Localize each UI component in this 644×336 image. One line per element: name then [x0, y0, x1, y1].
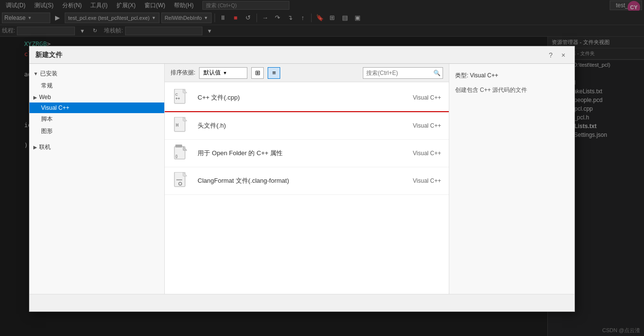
svg-text:{}: {}: [175, 154, 178, 158]
web-arrow: ▶: [33, 95, 37, 100]
view-grid-btn[interactable]: ⊞: [251, 67, 264, 79]
online-arrow: ▶: [33, 145, 37, 150]
dialog-main: 排序依据: 默认值 ▼ ⊞ ≡ 🔍: [165, 64, 449, 294]
prop-template-info: 用于 Open Folder 的 C++ 属性: [198, 149, 405, 158]
sort-arrow: ▼: [223, 71, 227, 75]
svg-text:C: C: [175, 93, 178, 96]
list-icon: ≡: [272, 69, 276, 76]
clang-template-name: ClangFormat 文件(.clang-format): [198, 176, 405, 185]
svg-text:++: ++: [175, 96, 180, 101]
cpp-template-name: C++ 文件(.cpp): [198, 93, 405, 102]
dialog-help-btn[interactable]: ?: [545, 50, 556, 60]
h-template-tag: Visual C++: [413, 122, 441, 129]
template-cpp[interactable]: ++ C C++ 文件(.cpp) Visual C++: [165, 84, 449, 112]
installed-label: 已安装: [40, 70, 57, 78]
grid-icon: ⊞: [255, 69, 260, 76]
dialog-toolbar: 排序依据: 默认值 ▼ ⊞ ≡ 🔍: [165, 64, 449, 82]
prop-template-tag: Visual C++: [413, 150, 441, 157]
sidebar-item-script[interactable]: 脚本: [29, 113, 164, 125]
cpp-template-tag: Visual C++: [413, 94, 441, 101]
info-spacer: [455, 82, 569, 86]
dialog-close-btn[interactable]: ×: [558, 50, 569, 60]
h-template-icon: H: [172, 117, 190, 134]
prop-template-name: 用于 Open Folder 的 C++ 属性: [198, 149, 405, 158]
template-list: ++ C C++ 文件(.cpp) Visual C++: [165, 82, 449, 294]
search-input[interactable]: [363, 70, 431, 76]
cpp-template-info: C++ 文件(.cpp): [198, 93, 405, 102]
dialog-body: ▼ 已安装 常规 ▶ Web Visual C++ 脚本 图形 ▶ 联机 排序依…: [29, 64, 574, 294]
dialog-sidebar: ▼ 已安装 常规 ▶ Web Visual C++ 脚本 图形 ▶ 联机: [29, 64, 165, 294]
info-desc: 创建包含 C++ 源代码的文件: [455, 86, 569, 94]
clang-template-info: ClangFormat 文件(.clang-format): [198, 176, 405, 185]
sidebar-online-section[interactable]: ▶ 联机: [29, 141, 164, 153]
svg-text:H: H: [176, 123, 178, 128]
sidebar-web-label: Web: [39, 94, 51, 101]
sidebar-item-graphic[interactable]: 图形: [29, 125, 164, 137]
svg-rect-11: [175, 145, 182, 147]
sidebar-item-visual-cpp[interactable]: Visual C++: [29, 102, 164, 113]
h-template-info: 头文件(.h): [198, 121, 405, 130]
cpp-template-icon: ++ C: [172, 89, 190, 106]
h-template-name: 头文件(.h): [198, 121, 405, 130]
dialog-title: 新建文件: [35, 51, 62, 59]
sidebar-web-section[interactable]: ▶ Web: [29, 92, 164, 102]
template-prop[interactable]: {} 用于 Open Folder 的 C++ 属性 Visual C++: [165, 140, 449, 167]
sidebar-item-general[interactable]: 常规: [29, 80, 164, 92]
search-box[interactable]: 🔍: [363, 67, 443, 79]
installed-arrow: ▼: [33, 71, 38, 76]
view-list-btn[interactable]: ≡: [268, 67, 280, 79]
prop-template-icon: {}: [172, 145, 190, 162]
sort-value: 默认值: [203, 69, 221, 77]
search-btn[interactable]: 🔍: [431, 68, 443, 78]
clang-template-tag: Visual C++: [413, 177, 441, 184]
dialog-footer: [29, 294, 574, 311]
dialog-titlebar-buttons: ? ×: [545, 50, 569, 60]
template-clang[interactable]: ClangFormat 文件(.clang-format) Visual C++: [165, 167, 449, 195]
template-h[interactable]: H 头文件(.h) Visual C++: [165, 112, 449, 140]
sidebar-online-label: 联机: [39, 143, 51, 151]
sort-dropdown[interactable]: 默认值 ▼: [199, 67, 247, 79]
dialog-titlebar: 新建文件 ? ×: [29, 46, 574, 64]
sidebar-installed-section: ▼ 已安装: [29, 68, 164, 80]
sort-label: 排序依据:: [171, 69, 195, 77]
info-type-label: 类型: Visual C++: [455, 72, 569, 80]
new-file-dialog: 新建文件 ? × ▼ 已安装 常规 ▶ Web Visual C++ 脚本 图形…: [29, 46, 575, 312]
dialog-info: 类型: Visual C++ 创建包含 C++ 源代码的文件: [449, 64, 574, 294]
clang-template-icon: [172, 172, 190, 190]
